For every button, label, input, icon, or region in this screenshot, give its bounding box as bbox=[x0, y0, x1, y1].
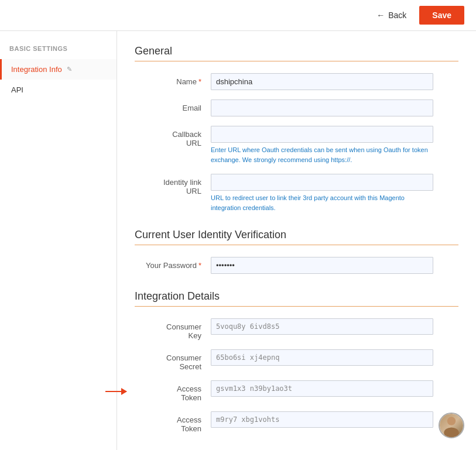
consumer-key-label: ConsumerKey bbox=[135, 318, 211, 340]
integration-details-title: Integration Details bbox=[135, 290, 458, 303]
save-button[interactable]: Save bbox=[419, 6, 464, 25]
callback-url-input[interactable] bbox=[211, 126, 433, 143]
access-token-label: AccessToken bbox=[135, 380, 211, 402]
avatar-image bbox=[440, 414, 463, 437]
access-token-secret-value: m9ry7 xbg1vohts bbox=[211, 411, 433, 428]
password-field-group: Your Password* bbox=[135, 257, 458, 274]
avatar-svg bbox=[440, 413, 463, 437]
password-input-wrap bbox=[211, 257, 433, 274]
svg-point-0 bbox=[447, 417, 456, 425]
sidebar-item-api[interactable]: API bbox=[0, 80, 117, 100]
callback-url-input-wrap: Enter URL where Oauth credentials can be… bbox=[211, 126, 433, 164]
general-divider bbox=[135, 61, 458, 61]
access-token-field-group: AccessToken gsvm1x3 n39by1ao3t bbox=[135, 380, 458, 402]
top-bar: ← Back Save bbox=[0, 0, 476, 31]
consumer-key-field-group: ConsumerKey 5voqu8y 6ivd8s5 bbox=[135, 318, 458, 340]
consumer-key-input-wrap: 5voqu8y 6ivd8s5 bbox=[211, 318, 433, 335]
edit-pencil-icon: ✎ bbox=[67, 66, 72, 73]
access-token-input-wrap: gsvm1x3 n39by1ao3t bbox=[211, 380, 433, 397]
name-label: Name* bbox=[135, 73, 211, 86]
back-button[interactable]: ← Back bbox=[371, 7, 412, 23]
svg-point-1 bbox=[444, 427, 458, 437]
general-section-title: General bbox=[135, 45, 458, 57]
back-label: Back bbox=[388, 11, 406, 20]
arrow-shaft bbox=[105, 391, 126, 392]
password-label: Your Password* bbox=[135, 257, 211, 270]
integration-details-divider bbox=[135, 306, 458, 307]
required-star: * bbox=[198, 261, 201, 270]
sidebar-item-label: Integration Info bbox=[11, 65, 62, 74]
name-input[interactable] bbox=[211, 73, 433, 90]
page-layout: BASIC SETTINGS Integration Info ✎ API Ge… bbox=[0, 31, 476, 450]
password-input[interactable] bbox=[211, 257, 433, 274]
verification-section-title: Current User Identity Verification bbox=[135, 229, 458, 241]
consumer-secret-label: ConsumerSecret bbox=[135, 349, 211, 371]
identity-link-url-field-group: Identity linkURL URL to redirect user to… bbox=[135, 174, 458, 212]
email-label: Email bbox=[135, 99, 211, 112]
identity-link-url-input[interactable] bbox=[211, 174, 433, 191]
callback-url-hint: Enter URL where Oauth credentials can be… bbox=[211, 145, 433, 164]
main-content: General Name* Email CallbackURL Enter UR… bbox=[117, 31, 476, 450]
identity-link-url-input-wrap: URL to redirect user to link their 3rd p… bbox=[211, 174, 433, 212]
required-star: * bbox=[198, 77, 201, 86]
consumer-secret-value: 65bo6si xj4epnq bbox=[211, 349, 433, 366]
back-arrow-icon: ← bbox=[376, 11, 385, 20]
integration-details-section: Integration Details ConsumerKey 5voqu8y … bbox=[135, 290, 458, 433]
arrow-head bbox=[121, 388, 127, 395]
access-token-value: gsvm1x3 n39by1ao3t bbox=[211, 380, 433, 397]
access-token-secret-input-wrap: m9ry7 xbg1vohts bbox=[211, 411, 433, 428]
email-input-wrap bbox=[211, 99, 433, 116]
email-input[interactable] bbox=[211, 99, 433, 116]
consumer-key-value: 5voqu8y 6ivd8s5 bbox=[211, 318, 433, 335]
access-token-secret-field-group: AccessToken m9ry7 xbg1vohts bbox=[135, 411, 458, 433]
sidebar-item-integration-info[interactable]: Integration Info ✎ bbox=[0, 59, 117, 80]
consumer-secret-field-group: ConsumerSecret 65bo6si xj4epnq bbox=[135, 349, 458, 371]
access-token-secret-label: AccessToken bbox=[135, 411, 211, 433]
sidebar-item-label: API bbox=[11, 85, 23, 94]
consumer-secret-input-wrap: 65bo6si xj4epnq bbox=[211, 349, 433, 366]
callback-url-field-group: CallbackURL Enter URL where Oauth creden… bbox=[135, 126, 458, 164]
avatar[interactable] bbox=[439, 413, 464, 438]
sidebar-section-title: BASIC SETTINGS bbox=[0, 40, 117, 59]
name-input-wrap bbox=[211, 73, 433, 90]
callback-url-label: CallbackURL bbox=[135, 126, 211, 147]
identity-link-url-hint: URL to redirect user to link their 3rd p… bbox=[211, 193, 433, 212]
verification-divider bbox=[135, 245, 458, 245]
sidebar: BASIC SETTINGS Integration Info ✎ API bbox=[0, 31, 117, 450]
name-field-group: Name* bbox=[135, 73, 458, 90]
email-field-group: Email bbox=[135, 99, 458, 116]
verification-section: Current User Identity Verification Your … bbox=[135, 229, 458, 274]
access-token-arrow-indicator bbox=[105, 391, 126, 392]
identity-link-url-label: Identity linkURL bbox=[135, 174, 211, 195]
